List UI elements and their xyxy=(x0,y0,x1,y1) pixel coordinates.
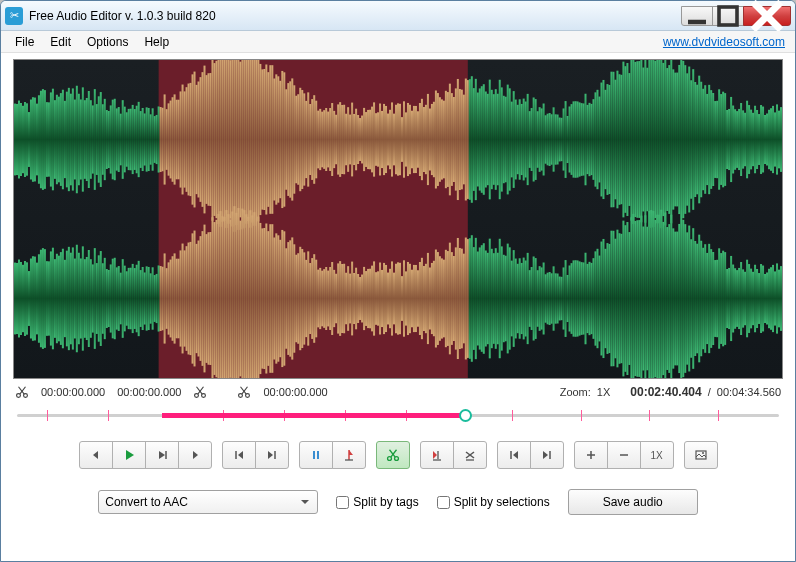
zoom-in-button[interactable] xyxy=(574,441,608,469)
svg-rect-116 xyxy=(235,60,237,225)
svg-rect-429 xyxy=(92,264,94,332)
svg-rect-681 xyxy=(594,251,596,345)
svg-rect-567 xyxy=(367,269,369,328)
svg-rect-37 xyxy=(78,94,80,185)
svg-rect-262 xyxy=(527,94,529,185)
close-button[interactable] xyxy=(743,6,791,26)
svg-rect-491 xyxy=(215,220,217,377)
svg-rect-72 xyxy=(148,108,150,171)
svg-rect-230 xyxy=(463,95,465,185)
svg-rect-332 xyxy=(666,68,668,211)
pause-button[interactable] xyxy=(299,441,333,469)
svg-rect-474 xyxy=(182,244,184,354)
svg-rect-554 xyxy=(341,264,343,333)
play-selection-button[interactable] xyxy=(145,441,179,469)
play-button[interactable] xyxy=(112,441,146,469)
svg-rect-6 xyxy=(16,104,18,175)
svg-rect-111 xyxy=(225,60,227,228)
svg-rect-108 xyxy=(219,60,221,227)
svg-rect-224 xyxy=(451,93,453,186)
skip-back-button[interactable] xyxy=(79,441,113,469)
svg-rect-294 xyxy=(590,104,592,175)
svg-rect-551 xyxy=(335,274,337,323)
set-marker-button[interactable] xyxy=(332,441,366,469)
svg-rect-34 xyxy=(72,88,74,190)
svg-rect-482 xyxy=(198,241,200,357)
menu-help[interactable]: Help xyxy=(136,33,177,51)
snapshot-button[interactable] xyxy=(684,441,718,469)
svg-rect-41 xyxy=(86,98,88,181)
menu-edit[interactable]: Edit xyxy=(42,33,79,51)
svg-rect-593 xyxy=(419,262,421,335)
svg-rect-707 xyxy=(646,227,648,370)
skip-forward-button[interactable] xyxy=(178,441,212,469)
zoom-value: 1X xyxy=(597,386,610,398)
split-by-selections-checkbox[interactable]: Split by selections xyxy=(437,495,550,509)
svg-rect-520 xyxy=(273,238,275,360)
svg-rect-555 xyxy=(343,264,345,333)
goto-start-button[interactable] xyxy=(497,441,531,469)
delete-selection-button[interactable] xyxy=(453,441,487,469)
cut-button[interactable] xyxy=(376,441,410,469)
svg-rect-62 xyxy=(128,109,130,170)
svg-rect-79 xyxy=(162,108,164,171)
svg-rect-94 xyxy=(192,74,194,204)
svg-rect-509 xyxy=(251,215,253,378)
svg-rect-723 xyxy=(678,224,680,373)
website-link[interactable]: www.dvdvideosoft.com xyxy=(663,35,789,49)
svg-rect-47 xyxy=(98,96,100,182)
svg-rect-279 xyxy=(561,118,563,161)
svg-marker-787 xyxy=(93,451,98,459)
svg-rect-479 xyxy=(192,233,194,363)
svg-rect-87 xyxy=(178,100,180,180)
svg-rect-473 xyxy=(180,250,182,346)
trim-in-button[interactable] xyxy=(420,441,454,469)
svg-rect-697 xyxy=(626,222,628,375)
svg-rect-753 xyxy=(738,268,740,329)
format-dropdown[interactable]: Convert to AAC xyxy=(98,490,318,514)
svg-rect-344 xyxy=(690,80,692,198)
menu-file[interactable]: File xyxy=(7,33,42,51)
svg-rect-405 xyxy=(44,249,46,348)
zoom-reset-button[interactable]: 1X xyxy=(640,441,674,469)
zoom-label: Zoom: xyxy=(560,386,591,398)
minimize-button[interactable] xyxy=(681,6,713,26)
svg-rect-417 xyxy=(68,247,70,350)
next-marker-button[interactable] xyxy=(255,441,289,469)
svg-rect-269 xyxy=(541,108,543,170)
svg-rect-383 xyxy=(768,110,770,169)
bottom-bar: Convert to AAC Split by tags Split by se… xyxy=(13,485,783,519)
svg-rect-585 xyxy=(403,260,405,336)
svg-rect-18 xyxy=(40,91,42,189)
prev-marker-button[interactable] xyxy=(222,441,256,469)
svg-rect-180 xyxy=(363,108,365,171)
goto-end-button[interactable] xyxy=(530,441,564,469)
split-by-tags-checkbox[interactable]: Split by tags xyxy=(336,495,418,509)
timeline-slider[interactable] xyxy=(17,403,779,429)
save-audio-button[interactable]: Save audio xyxy=(568,489,698,515)
svg-rect-73 xyxy=(150,114,152,164)
svg-rect-445 xyxy=(124,266,126,332)
svg-rect-317 xyxy=(636,61,638,218)
svg-rect-134 xyxy=(271,65,273,214)
maximize-button[interactable] xyxy=(712,6,744,26)
svg-rect-272 xyxy=(547,114,549,166)
svg-rect-476 xyxy=(186,246,188,351)
svg-rect-466 xyxy=(166,268,168,329)
svg-rect-645 xyxy=(523,258,525,340)
svg-rect-579 xyxy=(391,261,393,335)
zoom-out-button[interactable] xyxy=(607,441,641,469)
svg-rect-123 xyxy=(249,60,251,228)
svg-rect-470 xyxy=(174,253,176,343)
svg-rect-760 xyxy=(752,272,754,325)
playhead-handle[interactable] xyxy=(459,409,472,422)
waveform-display[interactable] xyxy=(13,59,783,379)
svg-rect-375 xyxy=(752,113,754,166)
svg-rect-741 xyxy=(714,260,716,337)
menu-options[interactable]: Options xyxy=(79,33,136,51)
svg-rect-65 xyxy=(134,109,136,170)
svg-rect-573 xyxy=(379,263,381,335)
svg-rect-196 xyxy=(395,105,397,174)
svg-rect-632 xyxy=(497,253,499,344)
titlebar[interactable]: ✂ Free Audio Editor v. 1.0.3 build 820 xyxy=(1,1,795,31)
